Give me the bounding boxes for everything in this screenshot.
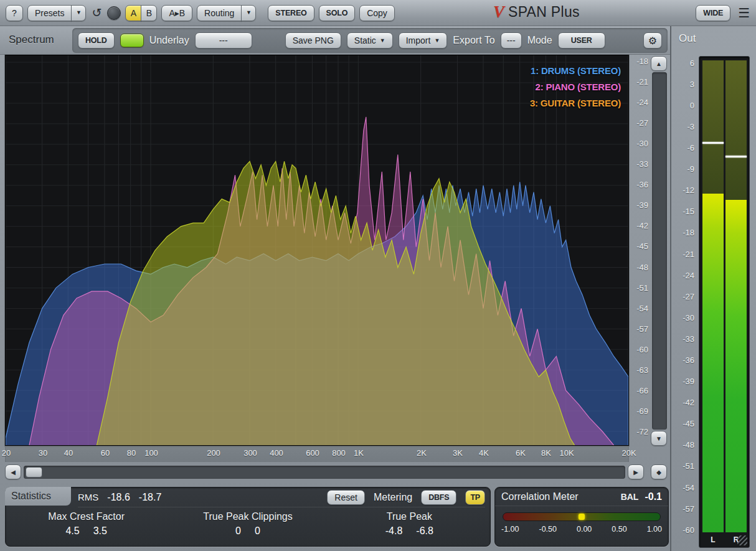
freq-axis-label: 40 bbox=[64, 448, 73, 458]
freq-axis-label: 80 bbox=[127, 448, 136, 458]
corr-scale-label: 1.00 bbox=[647, 525, 662, 534]
presets-dropdown-icon[interactable]: ▼ bbox=[71, 5, 86, 21]
routing-button[interactable]: Routing bbox=[197, 5, 242, 21]
help-button[interactable]: ? bbox=[6, 5, 23, 21]
legend-item-drums[interactable]: 1: DRUMS (STEREO) bbox=[530, 63, 621, 79]
a-to-b-button[interactable]: A▸B bbox=[161, 5, 192, 21]
import-dropdown[interactable]: Import ▼ bbox=[399, 32, 448, 49]
chevron-down-icon: ▼ bbox=[380, 38, 385, 44]
horizontal-scroll-track[interactable] bbox=[24, 466, 625, 479]
db-axis-label: -54 bbox=[636, 304, 648, 313]
meter-panel[interactable]: L R bbox=[699, 56, 750, 548]
reset-button[interactable]: Reset bbox=[327, 490, 365, 505]
mode-label: Mode bbox=[527, 35, 552, 46]
db-axis-label: -48 bbox=[636, 263, 648, 272]
db-axis-label: -27 bbox=[636, 118, 648, 128]
meter-scale-label: -48 bbox=[683, 440, 694, 450]
correlation-meter-panel: Correlation Meter BAL -0.1 -1.00 -0.50 0… bbox=[494, 487, 669, 547]
meter-scale-label: -57 bbox=[683, 504, 694, 514]
horizontal-scroll-thumb[interactable] bbox=[26, 467, 42, 478]
freq-axis-label: 4K bbox=[479, 448, 489, 458]
metering-label: Metering bbox=[374, 492, 412, 503]
scroll-right-button[interactable]: ▶ bbox=[628, 464, 644, 479]
export-to-value-button[interactable]: --- bbox=[501, 32, 522, 49]
spectrum-chart bbox=[6, 55, 628, 445]
top-toolbar: ? Presets ▼ ↺ A B A▸B Routing ▼ STEREO S… bbox=[0, 0, 756, 26]
db-axis-label: -63 bbox=[636, 365, 648, 375]
b-button[interactable]: B bbox=[141, 5, 157, 21]
freq-axis-label: 20K bbox=[621, 448, 636, 458]
db-axis-label: -42 bbox=[636, 221, 648, 230]
freq-axis-label: 6K bbox=[516, 448, 526, 458]
settings-gear-icon[interactable]: ⚙ bbox=[643, 32, 662, 49]
resize-grip[interactable] bbox=[737, 535, 747, 545]
undo-icon[interactable]: ↺ bbox=[90, 6, 103, 20]
a-button[interactable]: A bbox=[125, 5, 141, 21]
dbfs-button[interactable]: DBFS bbox=[421, 490, 456, 505]
stat-value-right: 3.5 bbox=[93, 525, 107, 537]
pan-diamond-button[interactable]: ◆ bbox=[651, 464, 667, 479]
spectrum-legend: 1: DRUMS (STEREO) 2: PIANO (STEREO) 3: G… bbox=[530, 63, 621, 111]
freq-axis-label: 2K bbox=[417, 448, 427, 458]
freq-axis-label: 800 bbox=[332, 448, 346, 458]
static-dropdown[interactable]: Static ▼ bbox=[347, 32, 393, 49]
freq-axis-label: 60 bbox=[101, 448, 110, 458]
save-png-button[interactable]: Save PNG bbox=[285, 32, 341, 49]
presets-button[interactable]: Presets bbox=[27, 5, 72, 21]
brand: V SPAN Plus bbox=[493, 2, 580, 22]
meter-bar-right[interactable] bbox=[725, 60, 747, 532]
tp-button[interactable]: TP bbox=[465, 490, 485, 505]
correlation-scale: -1.00 -0.50 0.00 0.50 1.00 bbox=[501, 525, 662, 534]
meter-scale: 630-3-6-9-12-15-18-21-24-27-30-33-36-39-… bbox=[671, 56, 697, 542]
rms-label: RMS bbox=[78, 492, 98, 502]
meter-level-right bbox=[725, 200, 747, 532]
meter-scale-label: -36 bbox=[683, 356, 694, 365]
underlay-value-button[interactable]: --- bbox=[195, 32, 252, 49]
corr-scale-label: -0.50 bbox=[539, 525, 557, 534]
scroll-down-button[interactable]: ▼ bbox=[651, 431, 667, 446]
freq-axis-label: 400 bbox=[270, 448, 283, 458]
spectrum-plot[interactable]: 1: DRUMS (STEREO) 2: PIANO (STEREO) 3: G… bbox=[5, 55, 629, 446]
meter-scale-label: -42 bbox=[683, 398, 694, 407]
span-plus-window: ? Presets ▼ ↺ A B A▸B Routing ▼ STEREO S… bbox=[0, 0, 756, 551]
db-axis-label: -57 bbox=[636, 324, 648, 334]
frequency-axis: 20304060801002003004006008001K2K3K4K6K8K… bbox=[5, 446, 629, 462]
tab-spectrum[interactable]: Spectrum bbox=[9, 34, 54, 46]
vertical-scroll-track[interactable] bbox=[652, 72, 667, 430]
solo-button[interactable]: SOLO bbox=[319, 5, 356, 21]
meter-bar-left[interactable] bbox=[702, 60, 724, 532]
menu-icon[interactable]: ☰ bbox=[737, 6, 751, 21]
scroll-up-button[interactable]: ▲ bbox=[651, 56, 667, 71]
stat-value-left: 4.5 bbox=[65, 525, 79, 537]
scroll-left-button[interactable]: ◀ bbox=[5, 464, 21, 479]
peak-marker-right bbox=[725, 156, 747, 158]
legend-item-guitar[interactable]: 3: GUITAR (STEREO) bbox=[530, 95, 621, 111]
meter-scale-label: -12 bbox=[683, 186, 694, 195]
legend-item-piano[interactable]: 2: PIANO (STEREO) bbox=[530, 79, 621, 95]
routing-dropdown-icon[interactable]: ▼ bbox=[241, 5, 256, 21]
meter-scale-label: -30 bbox=[683, 313, 694, 323]
spectrum-toolbar: Spectrum HOLD Underlay --- Save PNG Stat… bbox=[0, 26, 670, 55]
meter-scale-label: -3 bbox=[687, 122, 694, 131]
meter-scale-label: -18 bbox=[683, 228, 694, 237]
ab-knob[interactable] bbox=[107, 6, 121, 20]
underlay-led-button[interactable] bbox=[120, 34, 144, 47]
freq-axis-label: 3K bbox=[453, 448, 463, 458]
statistics-top-row: RMS -18.6 -18.7 Reset Metering DBFS TP bbox=[78, 487, 485, 507]
stat-true-peak: True Peak -4.8 -6.8 bbox=[329, 511, 490, 537]
mode-user-button[interactable]: USER bbox=[558, 32, 605, 49]
db-axis-label: -30 bbox=[636, 139, 648, 148]
meter-scale-label: -60 bbox=[683, 525, 694, 535]
hold-button[interactable]: HOLD bbox=[78, 32, 115, 49]
db-axis-label: -21 bbox=[636, 77, 648, 87]
wide-button[interactable]: WIDE bbox=[696, 5, 730, 21]
db-axis-label: -39 bbox=[636, 200, 648, 210]
meter-scale-label: 3 bbox=[690, 80, 694, 89]
meter-scale-label: -33 bbox=[683, 334, 694, 344]
copy-button[interactable]: Copy bbox=[359, 5, 395, 21]
app-title: SPAN Plus bbox=[508, 4, 580, 21]
corr-scale-label: 0.50 bbox=[612, 525, 626, 534]
corr-scale-label: -1.00 bbox=[501, 525, 519, 534]
stereo-button[interactable]: STEREO bbox=[268, 5, 314, 21]
tab-statistics[interactable]: Statistics bbox=[5, 487, 71, 506]
